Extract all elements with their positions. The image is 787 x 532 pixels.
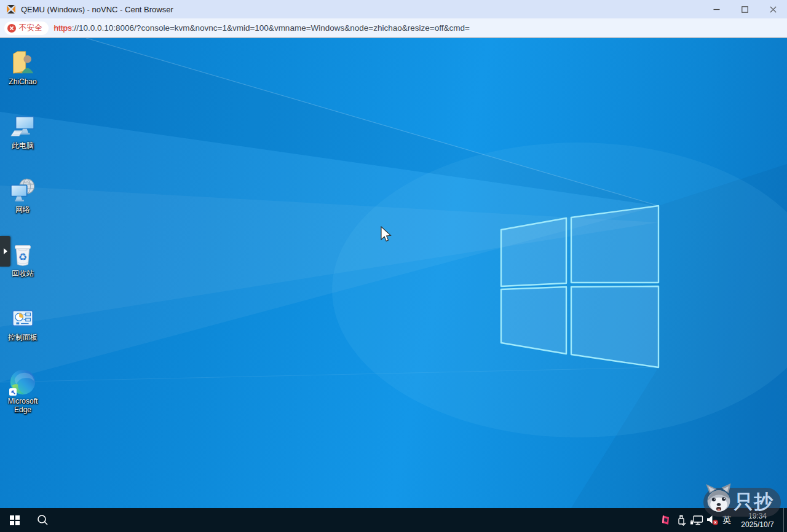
search-icon bbox=[37, 514, 49, 526]
desktop-icon-control-panel[interactable]: 控制面板 bbox=[1, 304, 45, 342]
desktop-icon-label: ZhiChao bbox=[9, 77, 36, 86]
this-pc-icon bbox=[9, 112, 37, 141]
tray-pink-app-button[interactable] bbox=[658, 508, 673, 532]
url-rest: ://10.0.0.10:8006/?console=kvm&novnc=1&v… bbox=[72, 23, 470, 33]
wallpaper bbox=[0, 38, 787, 508]
close-button[interactable] bbox=[759, 0, 787, 18]
clock-date: 2025/10/7 bbox=[734, 520, 781, 529]
url-text[interactable]: https://10.0.0.10:8006/?console=kvm&novn… bbox=[54, 23, 470, 33]
maximize-icon bbox=[742, 6, 748, 13]
window-controls bbox=[702, 0, 787, 18]
desktop-icon-label: Microsoft Edge bbox=[1, 397, 45, 414]
novnc-control-handle[interactable] bbox=[0, 236, 10, 267]
maximize-button[interactable] bbox=[730, 0, 759, 18]
close-icon bbox=[770, 6, 777, 13]
desktop-icon-network[interactable]: 网络 bbox=[1, 176, 45, 214]
network-icon bbox=[9, 176, 37, 205]
pink-app-icon bbox=[661, 515, 670, 525]
window-title: QEMU (Windows) - noVNC - Cent Browser bbox=[21, 5, 173, 14]
desktop-icon-edge[interactable]: Microsoft Edge bbox=[1, 368, 45, 414]
desktop-icon-label: 控制面板 bbox=[8, 333, 38, 342]
url-scheme: https bbox=[54, 23, 72, 33]
tray-network-button[interactable] bbox=[689, 508, 704, 532]
taskbar-search-button[interactable] bbox=[30, 508, 55, 532]
control-panel-icon bbox=[9, 304, 37, 332]
vnc-screen[interactable]: ZhiChao 此电脑 网络 ♻ 回收站 bbox=[0, 38, 787, 532]
husky-icon bbox=[705, 482, 733, 514]
recycle-glyph: ♻ bbox=[18, 251, 28, 262]
watermark-text: 只抄 bbox=[734, 491, 773, 513]
taskbar: 英 19:34 2025/10/7 bbox=[0, 508, 787, 532]
insecure-badge-icon bbox=[7, 24, 16, 33]
security-chip[interactable]: 不安全 bbox=[4, 22, 49, 35]
novnc-x-icon bbox=[6, 4, 16, 14]
browser-titlebar: QEMU (Windows) - noVNC - Cent Browser bbox=[0, 0, 787, 18]
show-desktop-button[interactable] bbox=[783, 508, 787, 532]
recycle-bin-icon: ♻ bbox=[9, 240, 37, 268]
security-label: 不安全 bbox=[19, 23, 42, 33]
desktop-icon-this-pc[interactable]: 此电脑 bbox=[1, 112, 45, 150]
shortcut-arrow-icon bbox=[9, 388, 17, 396]
mouse-cursor bbox=[380, 226, 392, 243]
watermark: 只抄 bbox=[703, 488, 781, 517]
minimize-button[interactable] bbox=[702, 0, 730, 18]
address-bar[interactable]: 不安全 https://10.0.0.10:8006/?console=kvm&… bbox=[0, 18, 787, 38]
user-folder-icon bbox=[9, 49, 37, 77]
desktop-icon-zhichao[interactable]: ZhiChao bbox=[1, 49, 45, 86]
desktop-icon-label: 网络 bbox=[15, 205, 30, 214]
safely-remove-usb-icon bbox=[676, 514, 687, 526]
windows-start-icon bbox=[10, 515, 20, 525]
chevron-right-icon bbox=[4, 248, 7, 254]
tray-usb-button[interactable] bbox=[673, 508, 689, 532]
start-button[interactable] bbox=[0, 508, 30, 532]
ethernet-icon bbox=[690, 515, 703, 526]
desktop-icon-label: 回收站 bbox=[12, 269, 34, 278]
desktop-icon-label: 此电脑 bbox=[12, 141, 34, 150]
minimize-icon bbox=[713, 6, 720, 13]
